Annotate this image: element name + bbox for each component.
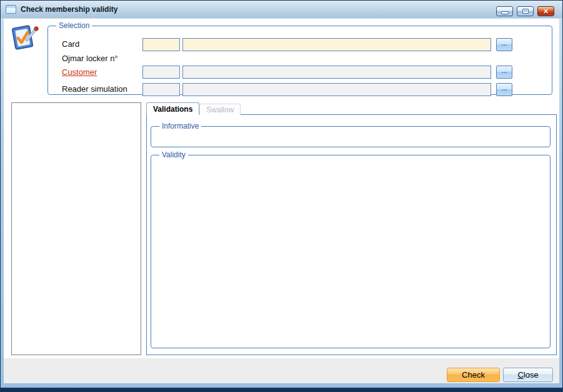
selection-group: Selection Card ... Ojmar locker n° Custo…	[47, 21, 552, 95]
results-list-panel	[11, 102, 141, 355]
footer-bar: Check Close	[4, 358, 559, 383]
customer-name-input[interactable]	[182, 66, 491, 79]
tab-control: Validations Swallow Informative Validity	[146, 102, 557, 355]
dialog-content: Selection Card ... Ojmar locker n° Custo…	[4, 19, 559, 383]
tab-validations[interactable]: Validations	[146, 102, 199, 115]
customer-code-input[interactable]	[142, 66, 180, 79]
selection-legend: Selection	[56, 21, 92, 30]
check-button[interactable]: Check	[447, 368, 500, 382]
card-browse-button[interactable]: ...	[496, 38, 512, 51]
minimize-icon	[501, 11, 509, 14]
check-note-icon	[10, 24, 39, 51]
close-button-rest: lose	[524, 370, 539, 380]
window-icon	[6, 5, 16, 14]
titlebar: Check membership validity ✕	[1, 1, 562, 18]
validity-legend: Validity	[159, 150, 188, 159]
minimize-button[interactable]	[496, 6, 513, 16]
customer-browse-button[interactable]: ...	[496, 66, 512, 79]
informative-legend: Informative	[159, 122, 201, 130]
ojmar-locker-label: Ojmar locker n°	[62, 54, 118, 63]
reader-browse-button[interactable]: ...	[496, 83, 512, 96]
validity-group: Validity	[151, 150, 551, 348]
reader-simulation-label: Reader simulation	[62, 84, 127, 94]
card-label: Card	[62, 39, 79, 49]
window-title: Check membership validity	[21, 5, 117, 14]
customer-link[interactable]: Customer	[62, 67, 97, 77]
maximize-button[interactable]	[517, 6, 534, 16]
close-icon: ✕	[543, 7, 549, 16]
card-name-input[interactable]	[182, 38, 491, 51]
informative-group: Informative	[151, 122, 551, 147]
reader-code-input[interactable]	[142, 83, 180, 96]
card-code-input[interactable]	[142, 38, 180, 51]
tab-swallow[interactable]: Swallow	[199, 104, 241, 115]
dialog-window: Check membership validity ✕	[0, 0, 563, 392]
close-button[interactable]: Close	[503, 368, 553, 382]
close-window-button[interactable]: ✕	[537, 6, 554, 16]
maximize-icon	[522, 9, 529, 14]
validations-tab-panel: Informative Validity	[146, 114, 557, 355]
close-button-accel: C	[517, 370, 523, 380]
reader-name-input[interactable]	[182, 83, 491, 96]
